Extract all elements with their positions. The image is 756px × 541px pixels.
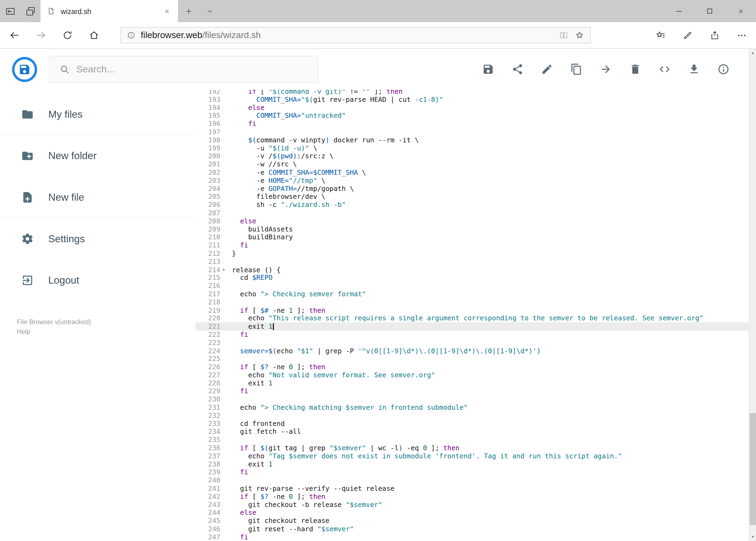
new-tab-button[interactable] bbox=[178, 0, 199, 22]
scrollbar-up-arrow[interactable]: ▴ bbox=[749, 49, 756, 57]
forward-button[interactable] bbox=[31, 25, 52, 46]
code-line-231[interactable]: 231 echo "> Checking matching $semver in… bbox=[195, 403, 749, 412]
site-info-icon[interactable] bbox=[127, 31, 135, 39]
code-line-235[interactable]: 235 bbox=[195, 436, 749, 444]
code-line-192[interactable]: 192 if [ "$(command -v git)" != "" ]; th… bbox=[195, 90, 749, 95]
code-line-240[interactable]: 240 bbox=[195, 476, 749, 485]
page-scrollbar[interactable]: ▴ ▾ bbox=[749, 49, 756, 541]
url-text[interactable]: filebrowser.web/files/wizard.sh bbox=[141, 30, 554, 41]
code-line-207[interactable]: 207 bbox=[195, 209, 749, 217]
more-menu-button[interactable] bbox=[731, 25, 752, 46]
code-line-222[interactable]: 222 fi bbox=[195, 330, 749, 338]
set-tabs-aside-button[interactable] bbox=[0, 0, 20, 22]
code-line-205[interactable]: 205 filebrowser/dev \ bbox=[195, 193, 749, 201]
hub-button[interactable] bbox=[650, 25, 671, 46]
code-editor[interactable]: 192 if [ "$(command -v git)" != "" ]; th… bbox=[195, 90, 749, 541]
save-button[interactable] bbox=[482, 63, 494, 75]
code-line-202[interactable]: 202 -e COMMIT_SHA=$COMMIT_SHA \ bbox=[195, 168, 749, 176]
code-line-201[interactable]: 201 -w //src \ bbox=[195, 160, 749, 168]
scrollbar-thumb[interactable] bbox=[750, 413, 756, 525]
sidebar-item-logout[interactable]: Logout bbox=[0, 260, 195, 301]
maximize-button[interactable] bbox=[694, 0, 725, 22]
code-line-236[interactable]: 236 if [ $(git tag | grep "$semver" | wc… bbox=[195, 444, 749, 452]
code-line-196[interactable]: 196 fi bbox=[195, 120, 749, 128]
code-line-218[interactable]: 218 bbox=[195, 298, 749, 306]
code-line-217[interactable]: 217 echo "> Checking semver format" bbox=[195, 290, 749, 298]
rename-button[interactable] bbox=[541, 63, 553, 75]
code-line-245[interactable]: 245 git checkout release bbox=[195, 517, 749, 525]
search-box[interactable] bbox=[49, 56, 318, 83]
code-line-199[interactable]: 199 -u "$(id -u)" \ bbox=[195, 144, 749, 152]
code-line-232[interactable]: 232 bbox=[195, 412, 749, 420]
code-line-208[interactable]: 208 else bbox=[195, 217, 749, 225]
close-button[interactable] bbox=[725, 0, 756, 22]
code-line-215[interactable]: 215 cd $REPO bbox=[195, 273, 749, 282]
code-line-209[interactable]: 209 buildAssets bbox=[195, 225, 749, 233]
back-button[interactable] bbox=[4, 25, 25, 46]
code-line-241[interactable]: 241 git rev-parse --verify --quiet relea… bbox=[195, 485, 749, 493]
code-line-242[interactable]: 242 if [ $? -ne 0 ]; then bbox=[195, 493, 749, 501]
search-input[interactable] bbox=[76, 64, 288, 75]
code-line-193[interactable]: 193 COMMIT_SHA="$(git rev-parse HEAD | c… bbox=[195, 95, 749, 104]
sidebar-item-new-folder[interactable]: New folder bbox=[0, 135, 195, 177]
code-line-210[interactable]: 210 buildBinary bbox=[195, 233, 749, 241]
share-button[interactable] bbox=[511, 63, 524, 75]
browser-tab[interactable]: wizard.sh bbox=[41, 0, 178, 22]
code-line-233[interactable]: 233 cd frontend bbox=[195, 420, 749, 428]
address-bar[interactable]: filebrowser.web/files/wizard.sh bbox=[121, 27, 591, 44]
code-line-228[interactable]: 228 exit 1 bbox=[195, 379, 749, 387]
tabs-set-aside-button[interactable] bbox=[20, 0, 41, 22]
code-line-212[interactable]: 212} bbox=[195, 249, 749, 258]
tab-close-icon[interactable] bbox=[161, 6, 172, 16]
code-line-247[interactable]: 247 fi bbox=[195, 533, 749, 541]
code-line-213[interactable]: 213 bbox=[195, 258, 749, 266]
view-source-button[interactable] bbox=[658, 63, 671, 75]
code-line-225[interactable]: 225 bbox=[195, 355, 749, 363]
code-line-220[interactable]: 220 echo "This release script requires a… bbox=[195, 314, 749, 322]
code-line-204[interactable]: 204 -e GOPATH=//tmp/gopath \ bbox=[195, 185, 749, 193]
sidebar-item-new-file[interactable]: New file bbox=[0, 177, 195, 218]
home-button[interactable] bbox=[84, 25, 105, 46]
favorite-star-icon[interactable] bbox=[575, 31, 584, 40]
code-line-194[interactable]: 194 else bbox=[195, 104, 749, 112]
copy-button[interactable] bbox=[570, 63, 583, 75]
scrollbar-down-arrow[interactable]: ▾ bbox=[749, 533, 756, 541]
minimize-button[interactable] bbox=[663, 0, 694, 22]
code-line-224[interactable]: 224 semver=$(echo "$1" | grep -P '^v(0|[… bbox=[195, 346, 749, 355]
sidebar-item-settings[interactable]: Settings bbox=[0, 218, 195, 260]
tab-preview-toggle[interactable] bbox=[199, 0, 220, 22]
code-line-237[interactable]: 237 echo "Tag $semver does not exist in … bbox=[195, 452, 749, 460]
help-link[interactable]: Help bbox=[17, 327, 195, 337]
code-line-221[interactable]: 221 exit 1 bbox=[195, 322, 749, 330]
code-line-239[interactable]: 239 fi bbox=[195, 468, 749, 476]
web-note-button[interactable] bbox=[677, 25, 698, 46]
code-line-238[interactable]: 238 exit 1 bbox=[195, 460, 749, 468]
delete-button[interactable] bbox=[629, 63, 641, 75]
code-line-197[interactable]: 197 bbox=[195, 128, 749, 136]
code-line-219[interactable]: 219 if [ $# -ne 1 ]; then bbox=[195, 306, 749, 314]
fold-marker-icon[interactable]: ▾ bbox=[220, 266, 227, 273]
code-line-244[interactable]: 244 else bbox=[195, 509, 749, 517]
code-line-206[interactable]: 206 sh -c "./wizard.sh -b" bbox=[195, 201, 749, 209]
code-line-195[interactable]: 195 COMMIT_SHA="untracked" bbox=[195, 112, 749, 120]
sidebar-item-my-files[interactable]: My files bbox=[0, 94, 195, 135]
code-line-216[interactable]: 216 bbox=[195, 282, 749, 290]
refresh-button[interactable] bbox=[57, 25, 78, 46]
code-line-223[interactable]: 223 bbox=[195, 338, 749, 346]
share-page-button[interactable] bbox=[704, 25, 725, 46]
code-line-246[interactable]: 246 git reset --hard "$semver" bbox=[195, 525, 749, 533]
code-line-200[interactable]: 200 -v /$(pwd):/src:z \ bbox=[195, 152, 749, 160]
code-line-226[interactable]: 226 if [ $? -ne 0 ]; then bbox=[195, 363, 749, 371]
reading-view-icon[interactable] bbox=[559, 31, 569, 40]
code-line-243[interactable]: 243 git checkout -b release "$semver" bbox=[195, 501, 749, 509]
code-line-198[interactable]: 198 $(command -v winpty) docker run --rm… bbox=[195, 136, 749, 144]
download-button[interactable] bbox=[688, 63, 700, 75]
code-line-214[interactable]: 214▾release () { bbox=[195, 266, 749, 273]
move-button[interactable] bbox=[600, 63, 612, 75]
code-line-229[interactable]: 229 fi bbox=[195, 387, 749, 395]
code-line-203[interactable]: 203 -e HOME="//tmp" \ bbox=[195, 176, 749, 185]
code-line-211[interactable]: 211 fi bbox=[195, 241, 749, 249]
code-line-227[interactable]: 227 echo "Not valid semver format. See s… bbox=[195, 371, 749, 379]
info-button[interactable] bbox=[717, 63, 730, 75]
code-line-234[interactable]: 234 git fetch --all bbox=[195, 428, 749, 436]
